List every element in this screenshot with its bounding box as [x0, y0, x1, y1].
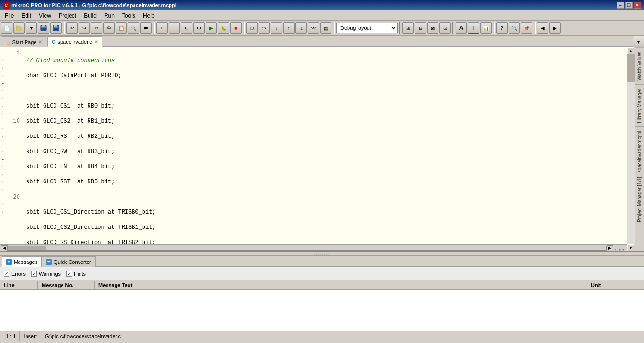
- hscroll-right[interactable]: ▶: [607, 245, 613, 251]
- filter-warnings[interactable]: Warnings: [31, 271, 61, 277]
- vscroll-down[interactable]: ▼: [627, 244, 634, 251]
- message-table: Line Message No. Message Text Unit: [0, 280, 644, 331]
- stepout-btn[interactable]: ↑: [283, 22, 295, 34]
- col-msgtext-label: Message Text: [98, 282, 132, 288]
- right-panels: Watch Values Library Manager Project Man…: [635, 47, 644, 251]
- tab-spaceinvader-close[interactable]: ✕: [94, 39, 98, 45]
- errors-checkbox[interactable]: [4, 271, 9, 277]
- font-b-btn[interactable]: |: [468, 22, 479, 34]
- forward-btn[interactable]: ▶: [549, 22, 561, 34]
- code-area[interactable]: // Glcd module connections char GLCD_Dat…: [22, 47, 627, 244]
- bottom-tabbar: M Messages ⇄ Quick Converter: [0, 256, 644, 267]
- cut-button[interactable]: ✂: [91, 22, 102, 34]
- col-line-header: Line: [0, 281, 38, 289]
- pin-btn[interactable]: 📌: [521, 22, 532, 34]
- layout3-btn[interactable]: ⊠: [427, 22, 438, 34]
- run-to-btn[interactable]: ⤵: [295, 22, 307, 34]
- watch-values-panel[interactable]: Watch Values: [635, 47, 644, 84]
- vscroll-up[interactable]: ▲: [627, 47, 634, 54]
- menu-run[interactable]: Run: [100, 11, 118, 20]
- menu-help[interactable]: Help: [139, 11, 159, 20]
- run-btn[interactable]: ▶: [206, 22, 217, 34]
- help-btn[interactable]: ?: [496, 22, 508, 34]
- hints-label: Hints: [74, 271, 86, 277]
- library-manager-panel[interactable]: Library Manager: [635, 84, 644, 127]
- menu-build[interactable]: Build: [80, 11, 100, 20]
- copy-button[interactable]: ⧉: [103, 22, 115, 34]
- paste-button[interactable]: 📋: [116, 22, 127, 34]
- hscroll-thumb[interactable]: [8, 246, 46, 250]
- project-manager-panel[interactable]: Project Manager [1/1] - spaceinvader.mcp…: [635, 126, 644, 226]
- replace-button[interactable]: ⇄: [140, 22, 152, 34]
- horizontal-scrollbar[interactable]: ◀ ▶ ,,,,,,,: [0, 244, 627, 251]
- tab-spaceinvader-label: spaceinvader.c: [57, 39, 92, 45]
- breakpoint-btn[interactable]: ⬡: [246, 22, 258, 34]
- save-button[interactable]: [38, 22, 49, 34]
- tab-start-page-close[interactable]: ✕: [38, 39, 42, 45]
- open-dropdown[interactable]: ▾: [26, 22, 37, 34]
- hints-checkbox[interactable]: [66, 271, 72, 277]
- svg-rect-3: [42, 25, 45, 27]
- warnings-checkbox[interactable]: [31, 271, 37, 277]
- menu-view[interactable]: View: [35, 11, 55, 20]
- redo-button[interactable]: ↪: [79, 22, 90, 34]
- back-btn[interactable]: ◀: [537, 22, 548, 34]
- vertical-scrollbar[interactable]: ▲ ▼: [627, 47, 635, 251]
- window-title: mikroC PRO for PIC v.6.6.1 - G:\pic c\fl…: [11, 2, 177, 8]
- code-content[interactable]: · · · · - · · · · · · · · · - · · · · ·: [0, 47, 627, 244]
- debug-btn[interactable]: 🐛: [218, 22, 229, 34]
- minimize-button[interactable]: –: [617, 2, 624, 9]
- find-button[interactable]: 🔍: [128, 22, 139, 34]
- layout-dropdown[interactable]: Debug layout: [336, 23, 398, 33]
- watch-btn[interactable]: 👁: [308, 22, 319, 34]
- menu-file[interactable]: File: [1, 11, 18, 20]
- message-rows: [0, 290, 644, 318]
- tab-start-page[interactable]: ⌂ Start Page ✕: [2, 36, 46, 47]
- save-all-button[interactable]: [50, 22, 62, 34]
- menu-project[interactable]: Project: [55, 11, 80, 20]
- chart-btn[interactable]: 📊: [480, 22, 492, 34]
- sep1: [63, 22, 65, 34]
- new-button[interactable]: 📄: [1, 22, 12, 34]
- vscroll-track[interactable]: [627, 54, 635, 244]
- tab-scroll-right[interactable]: ▾: [633, 36, 644, 47]
- font-a-btn[interactable]: A: [456, 22, 467, 34]
- tab-messages-label: Messages: [14, 259, 37, 265]
- tab-quick-converter-label: Quick Converter: [54, 259, 91, 265]
- hscroll-left[interactable]: ◀: [1, 245, 8, 251]
- remove-btn[interactable]: −: [169, 22, 180, 34]
- layout1-btn[interactable]: ⊞: [402, 22, 414, 34]
- tab-spaceinvader[interactable]: C spaceinvader.c ✕: [47, 36, 102, 47]
- vscroll-thumb[interactable]: [627, 54, 635, 82]
- search2-btn[interactable]: 🔍: [509, 22, 520, 34]
- close-button[interactable]: ✕: [634, 2, 641, 9]
- menu-edit[interactable]: Edit: [18, 11, 35, 20]
- tab-messages[interactable]: M Messages: [2, 256, 42, 267]
- errors-label: Errors: [11, 271, 26, 277]
- menu-tools[interactable]: Tools: [118, 11, 139, 20]
- restore-button[interactable]: ☐: [625, 2, 633, 9]
- stepover-btn[interactable]: ↷: [259, 22, 270, 34]
- undo-button[interactable]: ↩: [66, 22, 78, 34]
- config-btn[interactable]: ⚙: [181, 22, 192, 34]
- memmap-btn[interactable]: ▤: [320, 22, 331, 34]
- add-btn[interactable]: +: [156, 22, 168, 34]
- warnings-label: Warnings: [39, 271, 61, 277]
- tab-quick-converter[interactable]: ⇄ Quick Converter: [42, 256, 95, 267]
- stop-btn[interactable]: ■: [230, 22, 242, 34]
- drag-resize[interactable]: ,,,,,,,,: [0, 251, 644, 255]
- col-msgno-label: Message No.: [42, 282, 73, 288]
- cursor-position: 1 : 1: [6, 334, 16, 339]
- hscroll-track[interactable]: [8, 246, 607, 251]
- config-btn2[interactable]: ⚙: [193, 22, 205, 34]
- filter-errors[interactable]: Errors: [4, 271, 26, 277]
- sep5: [399, 22, 401, 34]
- stepin-btn[interactable]: ↓: [271, 22, 282, 34]
- open-button[interactable]: [13, 22, 25, 34]
- code-editor: · · · · - · · · · · · · · · - · · · · ·: [0, 47, 627, 251]
- titlebar-left: C mikroC PRO for PIC v.6.6.1 - G:\pic c\…: [3, 2, 177, 9]
- filter-hints[interactable]: Hints: [66, 271, 86, 277]
- message-table-header: Line Message No. Message Text Unit: [0, 280, 644, 290]
- layout4-btn[interactable]: ⊡: [439, 22, 451, 34]
- layout2-btn[interactable]: ⊟: [415, 22, 426, 34]
